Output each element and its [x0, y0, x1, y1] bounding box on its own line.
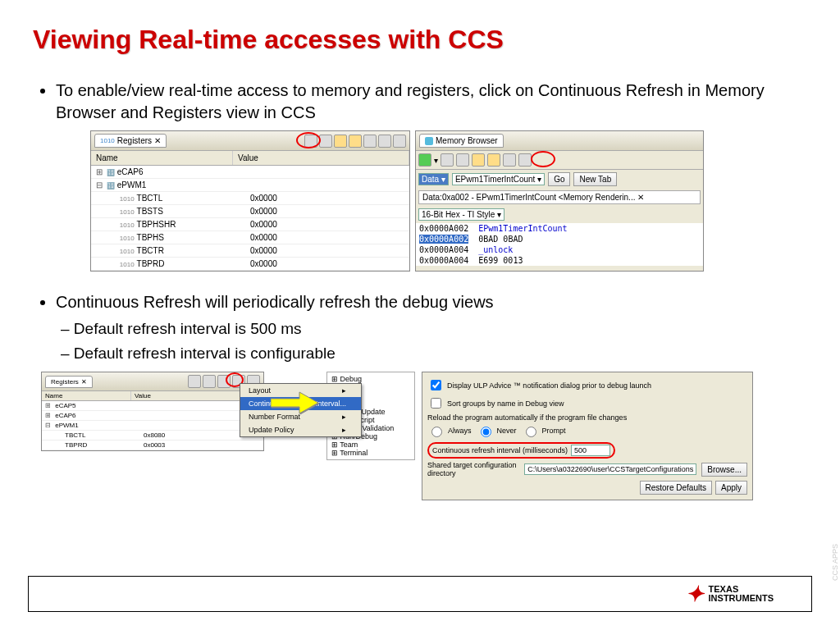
tree-item[interactable]: ⊞ Terminal	[330, 449, 412, 457]
interval-row: Continuous refresh interval (millisecond…	[427, 442, 747, 459]
tool-icon[interactable]	[319, 135, 332, 148]
red-circle-annotation	[296, 132, 321, 148]
tool-icon[interactable]	[378, 135, 391, 148]
registers-body-small: ⊞ eCAP5⊞ eCAP6⊟ ePWM1 TBCTL0x8080 TBPRD0…	[42, 401, 263, 450]
mem-data: 0x0000A002 EPwm1TimerIntCount0x0000A002 …	[416, 223, 703, 266]
col-name-header[interactable]: Name	[91, 151, 233, 165]
tool-icon[interactable]	[456, 153, 469, 167]
registers-icon: 1010	[100, 137, 115, 144]
interval-label: Continuous refresh interval (millisecond…	[432, 446, 568, 454]
memory-browser-tab[interactable]: Memory Browser	[419, 134, 504, 148]
footer: ✦ TEXASINSTRUMENTS	[28, 576, 812, 612]
apply-button[interactable]: Apply	[715, 481, 747, 495]
table-row[interactable]: ⊟ 🔢ePWM1	[91, 179, 409, 192]
shared-row: Shared target configuration directory C:…	[427, 461, 747, 477]
shared-path-input[interactable]: C:\Users\a0322690\user\CCSTargetConfigur…	[524, 463, 696, 475]
checkbox[interactable]	[431, 380, 441, 390]
sub-1: Default refresh interval is 500 ms	[75, 318, 807, 340]
table-row[interactable]: 1010TBPHS0x0000	[91, 231, 409, 244]
watermark: CCS APPS	[831, 544, 839, 581]
sub-bullets: Default refresh interval is 500 ms Defau…	[56, 318, 807, 363]
mem-toolbar: ▾	[416, 151, 703, 170]
radio[interactable]	[431, 427, 442, 437]
registers-tab[interactable]: Registers ✕	[45, 376, 93, 388]
tool-icon[interactable]	[518, 153, 532, 167]
table-row[interactable]: 1010TBSTS0x0000	[91, 205, 409, 218]
go-button[interactable]: Go	[548, 172, 570, 186]
mem-line[interactable]: 0x0000A002 EPwm1TimerIntCount	[416, 223, 703, 234]
pref-buttons: Restore Defaults Apply	[427, 481, 747, 495]
continuous-refresh-icon[interactable]	[349, 135, 362, 148]
mem-line[interactable]: 0x0000A002 0BAD 0BAD	[416, 234, 703, 244]
ti-logo: ✦ TEXASINSTRUMENTS	[686, 582, 774, 607]
table-row[interactable]: ⊞ eCAP6	[42, 411, 263, 421]
registers-tabbar-small: Registers ✕	[42, 372, 263, 391]
refresh-icon[interactable]	[334, 135, 347, 148]
menu-item[interactable]: Update Policy ▸	[240, 423, 361, 436]
registers-panel-small: Registers ✕ NameValue ⊞ eCAP5⊞ eCAP6⊟ eP…	[41, 372, 264, 451]
bullet-list-2: Continuous Refresh will periodically ref…	[33, 291, 807, 363]
chk-sort[interactable]: Sort groups by name in Debug view	[427, 395, 747, 411]
registers-body: ⊞ 🔢eCAP6⊟ 🔢ePWM1 1010TBCTL0x0000 1010TBS…	[91, 166, 409, 271]
reload-label: Reload the program automatically if the …	[427, 413, 747, 422]
reload-options: Always Never Prompt	[427, 424, 747, 440]
red-circle-annotation: Continuous refresh interval (millisecond…	[427, 442, 615, 459]
arrow-icon	[271, 388, 320, 422]
radio[interactable]	[481, 427, 491, 437]
browse-button[interactable]: Browse...	[701, 463, 747, 477]
mem-line[interactable]: 0x0000A004 _unlock	[416, 244, 703, 255]
radio[interactable]	[526, 427, 536, 437]
registers-header: Name Value	[91, 151, 409, 166]
col-name[interactable]: Name	[42, 391, 131, 400]
table-row[interactable]: 1010TBPHSHR0x0000	[91, 218, 409, 231]
refresh-icon[interactable]	[472, 153, 485, 167]
table-row[interactable]: 1010TBCTL0x0000	[91, 192, 409, 205]
screenshot-row-2: Registers ✕ NameValue ⊞ eCAP5⊞ eCAP6⊟ eP…	[41, 372, 807, 500]
radio-prompt[interactable]: Prompt	[522, 424, 566, 437]
bullet-1: To enable/view real-time access to memor…	[56, 80, 807, 124]
tree-item[interactable]: ⊞ Debug	[330, 375, 412, 383]
table-row[interactable]: 1010TBPRD0x0000	[91, 258, 409, 271]
registers-panel-small-wrap: Registers ✕ NameValue ⊞ eCAP5⊞ eCAP6⊟ eP…	[41, 372, 264, 451]
table-row[interactable]: ⊟ ePWM1	[42, 421, 263, 431]
radio-never[interactable]: Never	[477, 424, 517, 437]
shared-label: Shared target configuration directory	[427, 461, 519, 477]
tree-item[interactable]: ⊞ Team	[330, 441, 412, 449]
table-row[interactable]: TBPRD0x0003	[42, 441, 263, 450]
table-row[interactable]: 1010TBCTR0x0000	[91, 244, 409, 258]
mem-render-tab[interactable]: Data:0xa002 - EPwm1TimerIntCount <Memory…	[418, 190, 701, 204]
radio-always[interactable]: Always	[427, 424, 472, 437]
sub-2: Default refresh interval is configurable	[75, 343, 807, 364]
checkbox[interactable]	[431, 398, 441, 409]
new-tab-button[interactable]: New Tab	[573, 172, 617, 186]
screenshot-row-1: 1010Registers ✕ Name Value ⊞ 🔢eCAP6⊟ 🔢eP…	[90, 130, 807, 272]
dropdown-arrow-icon[interactable]: ▾	[434, 156, 438, 165]
tool-icon[interactable]	[393, 135, 406, 148]
memory-browser-panel: Memory Browser ▾ Data ▾ EPwm1TimerIntCou…	[415, 130, 704, 272]
restore-defaults-button[interactable]: Restore Defaults	[640, 481, 712, 495]
tool-icon[interactable]	[363, 135, 377, 148]
mem-address-row: Data ▾ EPwm1TimerIntCount ▾ Go New Tab	[416, 170, 703, 189]
registers-tab[interactable]: 1010Registers ✕	[94, 134, 167, 148]
format-select[interactable]: 16-Bit Hex - TI Style ▾	[418, 208, 504, 221]
data-select[interactable]: Data ▾	[418, 173, 449, 185]
red-circle-annotation	[531, 151, 555, 167]
table-row[interactable]: ⊞ 🔢eCAP6	[91, 166, 409, 179]
table-row[interactable]: ⊞ eCAP5	[42, 401, 263, 411]
slide-title: Viewing Real-time accesses with CCS	[33, 25, 807, 55]
tool-icon[interactable]	[418, 153, 431, 167]
tool-icon[interactable]	[503, 153, 516, 167]
chk-ulp[interactable]: Display ULP Advice ™ notification dialog…	[427, 377, 747, 393]
mem-line[interactable]: 0x0000A004 E699 0013	[416, 255, 703, 266]
preferences-panel: Display ULP Advice ™ notification dialog…	[422, 372, 753, 500]
mem-format-row: 16-Bit Hex - TI Style ▾	[416, 206, 703, 223]
tool-icon[interactable]	[188, 375, 201, 388]
address-field[interactable]: EPwm1TimerIntCount ▾	[452, 173, 545, 185]
interval-input[interactable]: 500	[571, 445, 610, 456]
col-value-header[interactable]: Value	[233, 151, 409, 165]
table-row[interactable]: TBCTL0x8080	[42, 431, 263, 441]
tool-icon[interactable]	[203, 375, 216, 388]
svg-marker-0	[271, 392, 318, 413]
tool-icon[interactable]	[441, 153, 454, 167]
continuous-refresh-icon[interactable]	[487, 153, 500, 167]
